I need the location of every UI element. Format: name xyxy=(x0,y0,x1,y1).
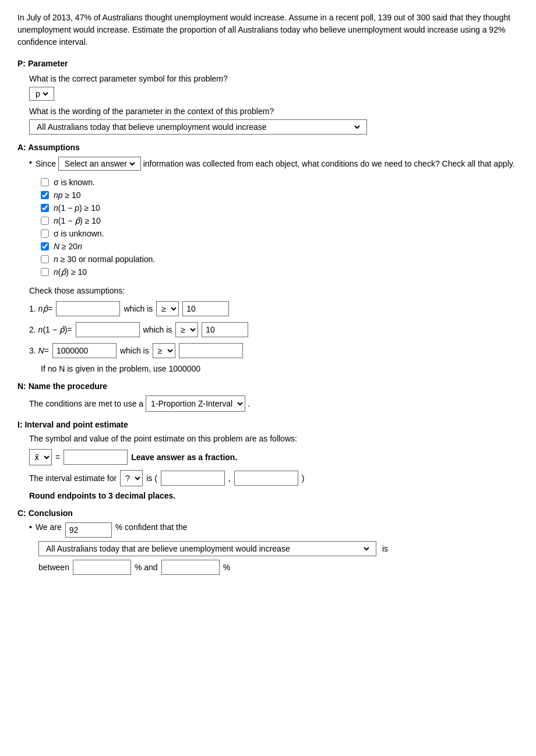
param-wording-dropdown[interactable]: All Australians today that believe unemp… xyxy=(29,119,367,135)
percent-confident: % confident that the xyxy=(115,522,188,532)
check2-rhs: 10 xyxy=(202,322,248,337)
checkbox-n1p[interactable] xyxy=(41,204,49,212)
we-are-label: We are xyxy=(36,522,62,532)
bullet-dot-c: • xyxy=(29,522,32,532)
section-I-header: I: Interval and point estimate xyxy=(17,420,519,429)
check2-comparator[interactable]: ≥ ≤ > < xyxy=(175,322,198,337)
check-row-3: 3. N= which is ≥ ≤ > < xyxy=(29,343,519,358)
bullet-dot: • xyxy=(29,158,32,167)
check2-label: 2. n(1 − p̂)= xyxy=(29,325,72,334)
between-val2-input[interactable] xyxy=(161,560,220,575)
section-A: A: Assumptions • Since Select an answer … xyxy=(17,143,519,373)
check3-which: which is xyxy=(120,346,149,355)
checkbox-np[interactable] xyxy=(41,191,49,199)
label-sigma-unknown: σ is unknown. xyxy=(54,229,104,238)
checkbox-n30[interactable] xyxy=(41,255,49,263)
interval-close: ) xyxy=(302,474,305,483)
checkbox-item-2: np ≥ 10 xyxy=(41,190,519,200)
param-wording-select[interactable]: All Australians today that believe unemp… xyxy=(34,122,362,132)
checkbox-item-5: σ is unknown. xyxy=(41,229,519,238)
checkbox-item-4: n(1 − p̂) ≥ 10 xyxy=(41,216,519,225)
checkbox-item-1: σ is known. xyxy=(41,178,519,187)
label-n1p: n(1 − p) ≥ 10 xyxy=(54,203,100,213)
label-sigma-known: σ is known. xyxy=(54,178,95,187)
section-C: C: Conclusion • We are % confident that … xyxy=(17,508,519,575)
between-label: between xyxy=(38,563,69,572)
fraction-note: Leave answer as a fraction. xyxy=(131,453,237,462)
checkbox-item-8: n(p̂) ≥ 10 xyxy=(41,267,519,277)
procedure-text: The conditions are met to use a xyxy=(29,399,143,408)
label-N20n: N ≥ 20n xyxy=(54,242,82,251)
check3-input[interactable] xyxy=(52,343,117,358)
interval-symbol-select[interactable]: ? p μ p̂ xyxy=(121,471,142,486)
param-q1: What is the correct parameter symbol for… xyxy=(29,74,519,83)
label-nphat: n(p̂) ≥ 10 xyxy=(54,267,87,277)
section-P: P: Parameter What is the correct paramet… xyxy=(17,59,519,135)
conclusion-confidence-row: • We are % confident that the xyxy=(29,522,519,538)
param-q2: What is the wording of the parameter in … xyxy=(29,107,519,116)
checkbox-n1phat[interactable] xyxy=(41,217,49,225)
check3-comparator[interactable]: ≥ ≤ > < xyxy=(153,343,175,358)
section-N: N: Name the procedure The conditions are… xyxy=(17,381,519,412)
interval-comma: , xyxy=(228,474,231,483)
assumptions-text: Since Select an answer random systematic… xyxy=(36,157,515,171)
conclusion-select[interactable]: All Australians today that are believe u… xyxy=(44,543,371,554)
check-row-1: 1. np̂= which is ≥ ≤ > < 10 xyxy=(29,301,519,316)
assumption-note: If no N is given in the problem, use 100… xyxy=(41,364,519,373)
between-row: between % and % xyxy=(38,560,519,575)
check2-input[interactable] xyxy=(76,322,140,337)
between-val1-input[interactable] xyxy=(73,560,131,575)
procedure-period: . xyxy=(248,399,250,408)
interval-val1-input[interactable] xyxy=(161,471,225,486)
procedure-line: The conditions are met to use a 1-Propor… xyxy=(29,395,519,412)
section-P-header: P: Parameter xyxy=(17,59,519,68)
checkbox-N20n[interactable] xyxy=(41,242,49,250)
confidence-input[interactable] xyxy=(65,522,112,538)
check3-rhs[interactable] xyxy=(179,343,243,358)
param-symbol-dropdown[interactable]: p p̂ μ x̄ xyxy=(29,87,54,101)
intro-text: In July of 2013, 47% of Australians thou… xyxy=(17,12,519,48)
checkbox-sigma-unknown[interactable] xyxy=(41,229,49,238)
check-row-2: 2. n(1 − p̂)= which is ≥ ≤ > < 10 xyxy=(29,322,519,337)
section-A-header: A: Assumptions xyxy=(17,143,519,152)
round-note: Round endpoints to 3 decimal places. xyxy=(29,491,519,500)
procedure-dropdown[interactable]: 1-Proportion Z-Interval 2-Proportion Z-I… xyxy=(146,395,245,412)
interval-symbol-dropdown[interactable]: ? p μ p̂ xyxy=(120,470,143,486)
interval-intro: The symbol and value of the point estima… xyxy=(29,434,519,443)
section-N-header: N: Name the procedure xyxy=(17,381,519,391)
symbol-select[interactable]: x̄ p̂ μ p xyxy=(30,450,51,465)
checkbox-item-6: N ≥ 20n xyxy=(41,242,519,251)
label-n30: n ≥ 30 or normal population. xyxy=(54,255,155,264)
select-answer-select[interactable]: Select an answer random systematic clust… xyxy=(62,158,137,169)
symbol-row: x̄ p̂ μ p = Leave answer as a fraction. xyxy=(29,449,519,465)
checkbox-item-7: n ≥ 30 or normal population. xyxy=(41,255,519,264)
point-estimate-input[interactable] xyxy=(64,450,128,465)
checkbox-sigma-known[interactable] xyxy=(41,178,49,186)
interval-text1: The interval estimate for xyxy=(29,474,117,483)
check2-which: which is xyxy=(143,325,172,334)
checkbox-list: σ is known. np ≥ 10 n(1 − p) ≥ 10 n(1 − … xyxy=(41,178,519,277)
check-assumptions-header: Check those assumptions: xyxy=(29,286,519,295)
check1-label: 1. np̂= xyxy=(29,304,52,313)
select-answer-dropdown[interactable]: Select an answer random systematic clust… xyxy=(58,157,141,171)
symbol-dropdown[interactable]: x̄ p̂ μ p xyxy=(29,449,52,465)
check1-which: which is xyxy=(124,304,153,313)
percent-and: % and xyxy=(135,563,158,572)
is-label: is xyxy=(382,544,388,553)
section-I: I: Interval and point estimate The symbo… xyxy=(17,420,519,500)
percent2: % xyxy=(223,563,230,572)
param-symbol-select[interactable]: p p̂ μ x̄ xyxy=(33,89,50,99)
check3-label: 3. N= xyxy=(29,346,49,355)
equals-sign: = xyxy=(55,453,60,462)
label-np: np ≥ 10 xyxy=(54,190,81,200)
interval-text2: is ( xyxy=(146,474,157,483)
interval-val2-input[interactable] xyxy=(234,471,298,486)
checkbox-nphat[interactable] xyxy=(41,268,49,276)
check1-input[interactable] xyxy=(56,301,120,316)
check1-comparator[interactable]: ≥ ≤ > < xyxy=(156,301,179,316)
interval-estimate-row: The interval estimate for ? p μ p̂ is ( … xyxy=(29,470,519,486)
procedure-select[interactable]: 1-Proportion Z-Interval 2-Proportion Z-I… xyxy=(146,396,245,411)
check1-rhs: 10 xyxy=(182,301,229,316)
label-n1phat: n(1 − p̂) ≥ 10 xyxy=(54,216,101,225)
conclusion-dropdown[interactable]: All Australians today that are believe u… xyxy=(38,541,376,556)
